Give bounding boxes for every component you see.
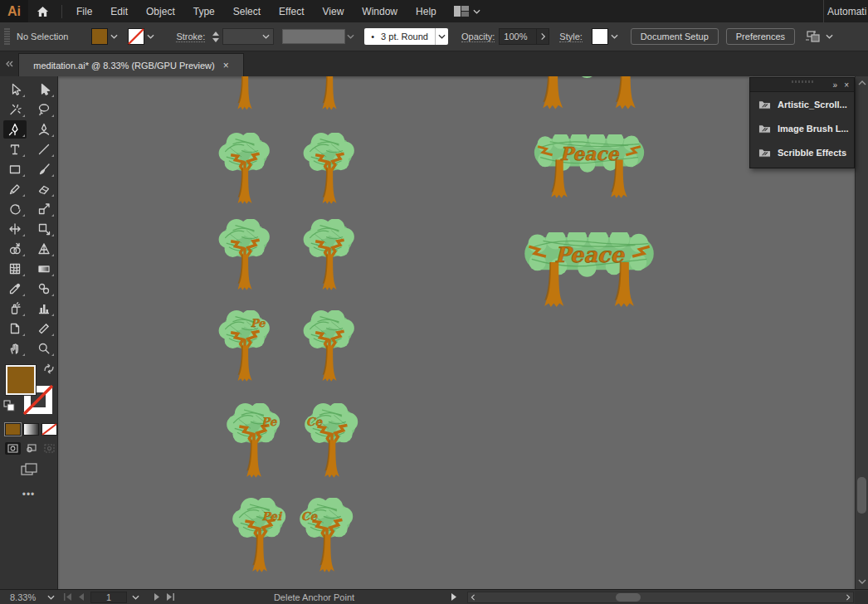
opacity-field[interactable]: 100%: [499, 28, 537, 45]
color-button[interactable]: [5, 423, 21, 436]
menu-view[interactable]: View: [314, 0, 354, 22]
panel-item-artistic-scroll[interactable]: Artistic_Scroll...: [750, 92, 854, 116]
menu-help[interactable]: Help: [407, 0, 446, 22]
magic-wand-tool[interactable]: [3, 100, 27, 119]
rotate-tool[interactable]: [3, 200, 27, 218]
scroll-down-icon[interactable]: [858, 579, 866, 585]
symbol-sprayer-tool[interactable]: [3, 300, 27, 318]
automate-button[interactable]: Automati: [823, 0, 868, 22]
close-tab-icon[interactable]: ×: [223, 60, 229, 71]
tree-artwork[interactable]: Ce: [299, 403, 365, 480]
opacity-label[interactable]: Opacity:: [461, 32, 495, 42]
lasso-tool[interactable]: [32, 100, 56, 119]
first-artboard-icon[interactable]: [63, 593, 72, 601]
scroll-up-icon[interactable]: [858, 80, 866, 85]
direct-selection-tool[interactable]: [32, 80, 56, 99]
panel-item-image-brush[interactable]: Image Brush L...: [750, 116, 854, 140]
peace-tree-artwork[interactable]: Peace: [519, 76, 659, 113]
panel-grip[interactable]: [792, 80, 813, 83]
scroll-right-icon[interactable]: [846, 594, 851, 601]
none-button[interactable]: [41, 423, 57, 436]
tree-artwork[interactable]: [300, 76, 358, 116]
hand-tool[interactable]: [3, 339, 27, 358]
blend-tool[interactable]: [32, 280, 56, 298]
tree-artwork[interactable]: [300, 133, 358, 206]
vertical-scroll-thumb[interactable]: [857, 477, 866, 514]
tree-artwork[interactable]: Pei: [226, 498, 294, 574]
menu-file[interactable]: File: [67, 0, 101, 22]
tree-artwork[interactable]: Pe: [216, 310, 274, 383]
illustrator-logo[interactable]: Ai: [0, 0, 28, 22]
tree-artwork[interactable]: Ce: [293, 498, 361, 574]
tree-artwork[interactable]: [300, 219, 358, 292]
peace-tree-artwork[interactable]: Peace: [519, 232, 659, 310]
draw-inside-button[interactable]: [41, 442, 57, 455]
style-dropdown[interactable]: [592, 28, 618, 45]
vertical-scrollbar[interactable]: [855, 76, 868, 589]
home-button[interactable]: [28, 0, 56, 22]
document-setup-button[interactable]: Document Setup: [631, 28, 719, 45]
eraser-tool[interactable]: [32, 180, 56, 198]
tree-artwork[interactable]: [300, 310, 358, 383]
menu-window[interactable]: Window: [353, 0, 407, 22]
last-artboard-icon[interactable]: [166, 593, 175, 601]
free-transform-tool[interactable]: [32, 220, 56, 238]
brush-definition-dropdown[interactable]: • 3 pt. Round: [364, 28, 448, 45]
next-artboard-icon[interactable]: [153, 593, 162, 601]
previous-artboard-icon[interactable]: [76, 593, 85, 601]
workspace-switcher[interactable]: [454, 6, 480, 17]
menu-effect[interactable]: Effect: [270, 0, 313, 22]
type-tool[interactable]: [3, 140, 27, 158]
curvature-tool[interactable]: [32, 120, 56, 139]
selection-tool[interactable]: [3, 80, 27, 99]
menu-edit[interactable]: Edit: [101, 0, 137, 22]
panel-item-scribble-effects[interactable]: Scribble Effects: [750, 140, 854, 164]
menu-object[interactable]: Object: [137, 0, 184, 22]
menu-select[interactable]: Select: [224, 0, 270, 22]
variable-width-profile[interactable]: [282, 29, 345, 44]
line-segment-tool[interactable]: [32, 140, 56, 158]
tree-artwork[interactable]: [216, 76, 274, 116]
draw-normal-button[interactable]: [5, 442, 21, 455]
edit-toolbar-button[interactable]: •••: [19, 489, 39, 500]
horizontal-scroll-thumb[interactable]: [616, 593, 641, 602]
scroll-left-icon[interactable]: [471, 594, 475, 601]
zoom-level-dropdown[interactable]: 8.33%: [0, 592, 63, 602]
paintbrush-tool[interactable]: [32, 160, 56, 178]
scale-tool[interactable]: [32, 200, 56, 218]
pen-tool[interactable]: [3, 120, 27, 139]
align-options-button[interactable]: [805, 30, 833, 44]
default-fill-stroke-icon[interactable]: [3, 400, 15, 412]
eyedropper-tool[interactable]: [3, 280, 27, 298]
tree-artwork[interactable]: [216, 219, 274, 292]
opacity-expand-arrow[interactable]: [537, 28, 549, 45]
horizontal-scrollbar[interactable]: [467, 592, 854, 603]
width-tool[interactable]: [3, 220, 27, 238]
zoom-tool[interactable]: [32, 339, 56, 358]
shape-builder-tool[interactable]: [3, 240, 27, 258]
rectangle-tool[interactable]: [3, 160, 27, 178]
collapse-tabs-icon[interactable]: [0, 51, 18, 76]
graph-tool[interactable]: [32, 300, 56, 318]
collapse-panel-icon[interactable]: »: [833, 80, 838, 90]
style-label[interactable]: Style:: [559, 32, 583, 42]
perspective-grid-tool[interactable]: [32, 240, 56, 258]
artboard-tool[interactable]: [3, 319, 27, 338]
slice-tool[interactable]: [32, 319, 56, 338]
peace-tree-artwork[interactable]: Peace: [519, 134, 659, 201]
artboard-number-dropdown[interactable]: 1: [90, 592, 127, 603]
fill-indicator[interactable]: [6, 365, 36, 395]
fill-color-dropdown[interactable]: [91, 28, 118, 45]
swap-fill-stroke-icon[interactable]: [43, 363, 55, 374]
draw-behind-button[interactable]: [23, 442, 39, 455]
close-panel-icon[interactable]: ×: [844, 80, 849, 90]
document-tab[interactable]: meditation.ai* @ 8.33% (RGB/GPU Preview)…: [18, 53, 244, 76]
stroke-weight-label[interactable]: Stroke:: [176, 32, 205, 42]
pencil-tool[interactable]: [3, 180, 27, 198]
stroke-color-dropdown[interactable]: [128, 28, 154, 45]
artboard-canvas[interactable]: Peace Peace Peace Pe Pe Ce Pei Ce: [58, 76, 855, 589]
tree-artwork[interactable]: [216, 133, 274, 206]
status-options-icon[interactable]: [450, 593, 459, 601]
stroke-weight-dropdown[interactable]: [222, 28, 274, 45]
preferences-button[interactable]: Preferences: [726, 28, 795, 45]
